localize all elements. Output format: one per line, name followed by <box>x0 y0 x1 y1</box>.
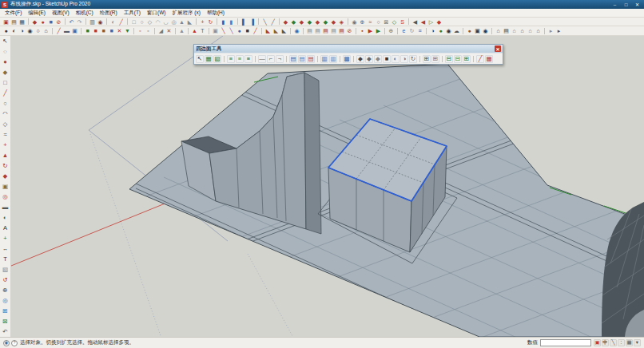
warehouse-material-icon[interactable]: ● <box>437 27 444 34</box>
warehouse-model-icon[interactable]: ◑ <box>429 27 436 34</box>
pan-tool-icon[interactable]: ⊕ <box>1 285 10 295</box>
profile-2-icon[interactable]: ◣ <box>272 27 280 34</box>
crane-2-icon[interactable]: ▸ <box>555 27 563 34</box>
save-icon[interactable]: ▦ <box>18 18 26 26</box>
maximize-window-icon[interactable]: □ <box>621 1 631 8</box>
menu-item[interactable]: 文件(F) <box>2 10 25 17</box>
fix-problems-icon[interactable]: ✕ <box>165 27 173 34</box>
doc-3-icon[interactable]: ▤ <box>322 27 329 34</box>
solid-split-icon[interactable]: ✕ <box>116 27 123 34</box>
qft-edge-3-icon[interactable]: ¬ <box>276 55 284 63</box>
vertex-7-icon[interactable]: ◆ <box>330 18 337 26</box>
tape-tool-icon[interactable]: ▬ <box>1 202 10 212</box>
axes-tool-icon[interactable]: + <box>1 233 10 243</box>
view-right-icon[interactable]: ◉ <box>26 27 34 34</box>
solid-subtract-icon[interactable]: ■ <box>92 27 99 34</box>
menu-item[interactable]: 窗口(W) <box>144 10 169 17</box>
open-icon[interactable]: ▤ <box>10 18 18 26</box>
arrow-left-icon[interactable]: ◀ <box>411 18 419 26</box>
warning-icon[interactable]: ▲ <box>191 27 198 34</box>
measurements-input[interactable] <box>540 339 591 346</box>
rectangle-icon[interactable]: □ <box>130 18 137 26</box>
solid-trim-icon[interactable]: ■ <box>100 27 107 34</box>
dimension-tool-icon[interactable]: ↔ <box>1 243 10 254</box>
qft-rot-2-icon[interactable]: ◑ <box>400 55 408 63</box>
zoom-tool-icon[interactable]: ◎ <box>1 295 10 306</box>
doc-4-icon[interactable]: ▤ <box>330 27 337 34</box>
qft-conv-1-icon[interactable]: ⊟ <box>445 55 453 63</box>
qft-select-icon[interactable]: ↖ <box>196 55 204 63</box>
dropper-1-icon[interactable]: ╲ <box>220 27 227 34</box>
qft-quad-icon[interactable]: ▦ <box>205 55 213 63</box>
qft-rot-3-icon[interactable]: ↻ <box>409 55 417 63</box>
close-icon[interactable]: ✕ <box>495 45 501 52</box>
doc-6-icon[interactable]: ⊘ <box>346 27 353 34</box>
delete-icon[interactable]: ⊘ <box>55 18 62 26</box>
qft-loop-1-icon[interactable]: ≡ <box>227 55 235 63</box>
slash-2-icon[interactable]: ╱ <box>269 18 276 26</box>
bezier-icon[interactable]: ≈ <box>367 18 374 26</box>
qft-rot-1-icon[interactable]: ◐ <box>392 55 400 63</box>
e-tool-icon[interactable]: e <box>400 27 407 34</box>
close-window-icon[interactable]: ✕ <box>632 1 642 8</box>
flag-green-2-icon[interactable]: ▶ <box>375 27 382 34</box>
ime-keyboard-icon[interactable]: ▦ <box>626 339 633 346</box>
new-icon[interactable]: ▣ <box>2 18 10 26</box>
move-tool-icon[interactable]: + <box>1 140 10 150</box>
qft-grid-2-icon[interactable]: ▤ <box>298 55 306 63</box>
undo-icon[interactable]: ↶ <box>68 18 75 26</box>
vertex-6-icon[interactable]: ◆ <box>322 18 329 26</box>
image-tool-icon[interactable]: ▣ <box>212 27 219 34</box>
pushpull-tool-icon[interactable]: ▲ <box>1 150 10 160</box>
menu-item[interactable]: 相机(C) <box>73 10 97 17</box>
qft-loop-2-icon[interactable]: ≡ <box>236 55 244 63</box>
house-1-icon[interactable]: ⌂ <box>495 27 502 34</box>
tiny-red-icon[interactable]: ▪ <box>359 27 366 34</box>
view-top-icon[interactable]: ◐ <box>10 27 18 34</box>
offset-tool-icon[interactable]: ◎ <box>1 192 10 202</box>
solid-intersect-icon[interactable]: ■ <box>108 27 115 34</box>
solid-outer-icon[interactable]: ▼ <box>124 27 131 34</box>
cleanup-icon[interactable]: ◢ <box>157 27 165 34</box>
make-component-icon[interactable]: ◆ <box>31 18 38 26</box>
previous-view-tool-icon[interactable]: ↶ <box>1 326 10 337</box>
text-tool-icon[interactable]: A <box>1 223 10 233</box>
warehouse-style-icon[interactable]: ◉ <box>445 27 452 34</box>
qft-loop-3-icon[interactable]: ≡ <box>244 55 252 63</box>
geolocation-icon[interactable]: ◉ <box>3 340 10 346</box>
zoom-extents-tool-icon[interactable]: ⊠ <box>1 316 10 326</box>
paint-tool-icon[interactable]: ● <box>1 57 10 67</box>
vertex-8-icon[interactable]: ◈ <box>338 18 345 26</box>
move-icon[interactable]: + <box>199 18 206 26</box>
vertex-1-icon[interactable]: ◆ <box>282 18 289 26</box>
tag-1-icon[interactable]: ▮ <box>220 18 227 26</box>
rect-tool-icon[interactable]: □ <box>1 77 10 88</box>
qft-conv-3-icon[interactable]: ⊞ <box>463 55 471 63</box>
key-tool-icon[interactable]: ● <box>466 27 473 34</box>
slash-1-icon[interactable]: ╲ <box>261 18 268 26</box>
house-6-icon[interactable]: ⌂ <box>535 27 542 34</box>
refresh-icon[interactable]: ↻ <box>408 27 415 34</box>
qft-grid-1-icon[interactable]: ▤ <box>289 55 297 63</box>
qft-export-icon[interactable]: ▦ <box>485 55 493 63</box>
view-back-icon[interactable]: ○ <box>34 27 42 34</box>
section-tool-icon[interactable]: ▧ <box>1 264 10 275</box>
vertex-3-icon[interactable]: ◆ <box>298 18 305 26</box>
menu-item[interactable]: 扩展程序 (x) <box>169 10 204 17</box>
ime-indicator-icon[interactable]: ▣ <box>594 339 601 346</box>
gear-icon[interactable]: ⊕ <box>388 27 395 34</box>
circle-tool-icon[interactable]: ○ <box>1 98 10 109</box>
flip-2-icon[interactable]: ▐ <box>248 18 256 26</box>
redo-icon[interactable]: ↷ <box>76 18 83 26</box>
model-info-icon[interactable]: ◉ <box>97 18 104 26</box>
arc-icon[interactable]: ◠ <box>154 18 161 26</box>
copy-icon[interactable]: ▥ <box>89 18 96 26</box>
freehand-tool-icon[interactable]: ≈ <box>1 129 10 140</box>
transform-icon[interactable]: ⊕ <box>359 18 366 26</box>
ime-more-icon[interactable]: ▾ <box>634 339 641 346</box>
qft-edge-1-icon[interactable]: — <box>258 55 266 63</box>
menu-item[interactable]: 编辑(E) <box>25 10 49 17</box>
quad-tools-toolbar[interactable]: 四边面工具 ✕ ↖▦▧≡≡≡—⌐¬▤▤▤▥▥▩◆◆◆■◐◑↻⊞⊞⊟⊟⊞╱▦ <box>193 44 503 65</box>
mail-icon[interactable]: ▣ <box>474 27 481 34</box>
protractor-tool-icon[interactable]: ◐ <box>1 212 10 223</box>
